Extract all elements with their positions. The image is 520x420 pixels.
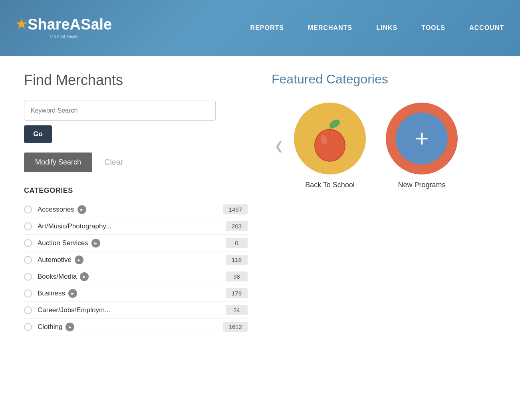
category-count: 1497 (223, 204, 248, 214)
apple-circle-icon (294, 103, 366, 174)
featured-title: Featured Categories (272, 72, 496, 87)
nav-tools[interactable]: TOOLS (421, 24, 445, 32)
category-arrow-icon[interactable]: ► (75, 256, 83, 264)
logo-star-icon: ★ (16, 18, 27, 30)
category-radio[interactable] (24, 289, 32, 297)
featured-card-new-programs[interactable]: + New Programs (386, 103, 458, 189)
main-content: Find Merchants Go Modify Search Clear CA… (0, 56, 520, 351)
category-name: Art/Music/Photography... (38, 222, 226, 230)
plus-circle-inner-icon: + (396, 113, 448, 164)
main-nav: REPORTS MERCHANTS LINKS TOOLS ACCOUNT (250, 24, 504, 32)
category-arrow-icon[interactable]: ► (91, 239, 100, 248)
list-item: Business ► 179 (24, 285, 248, 302)
category-count: 24 (226, 305, 248, 315)
featured-row: ❮ (272, 103, 496, 189)
list-item: Career/Jobs/Employm... 24 (24, 302, 248, 319)
category-arrow-icon[interactable]: ► (77, 205, 86, 214)
logo-area: ★ShareASale Part of Awin (16, 17, 112, 40)
nav-links[interactable]: LINKS (376, 24, 397, 32)
featured-card-back-to-school[interactable]: Back To School (294, 103, 366, 189)
action-row: Modify Search Clear (24, 153, 248, 172)
page-title: Find Merchants (24, 72, 248, 89)
featured-card-label: New Programs (398, 181, 445, 189)
categories-title: CATEGORIES (24, 186, 248, 195)
left-panel: Find Merchants Go Modify Search Clear CA… (24, 72, 248, 335)
logo-text: ★ShareASale (16, 17, 112, 32)
category-arrow-icon[interactable]: ► (80, 272, 89, 281)
nav-account[interactable]: ACCOUNT (469, 24, 504, 32)
list-item: Clothing ► 1612 (24, 319, 248, 335)
category-arrow-icon[interactable]: ► (65, 323, 74, 331)
category-radio[interactable] (24, 256, 32, 264)
category-count: 116 (226, 255, 248, 265)
category-name: Automotive ► (38, 256, 226, 264)
list-item: Accessories ► 1497 (24, 201, 248, 218)
category-radio[interactable] (24, 222, 32, 230)
category-name: Accessories ► (38, 205, 223, 214)
category-count: 98 (226, 271, 248, 281)
list-item: Books/Media ► 98 (24, 268, 248, 285)
category-name: Auction Services ► (38, 239, 226, 248)
category-radio[interactable] (24, 323, 32, 331)
modify-search-button[interactable]: Modify Search (24, 153, 92, 172)
nav-reports[interactable]: REPORTS (250, 24, 284, 32)
category-count: 1612 (223, 322, 248, 332)
list-item: Auction Services ► 0 (24, 235, 248, 252)
category-count: 179 (226, 288, 248, 298)
featured-cards: Back To School + New Programs (294, 103, 458, 189)
category-count: 203 (226, 221, 248, 231)
category-radio[interactable] (24, 239, 32, 247)
category-radio[interactable] (24, 206, 32, 214)
clear-button[interactable]: Clear (104, 158, 123, 167)
category-name: Career/Jobs/Employm... (38, 306, 226, 314)
right-panel: Featured Categories ❮ (272, 72, 496, 335)
featured-card-label: Back To School (305, 181, 355, 189)
nav-merchants[interactable]: MERCHANTS (308, 24, 352, 32)
category-name: Books/Media ► (38, 272, 226, 281)
go-button[interactable]: Go (24, 125, 52, 143)
category-radio[interactable] (24, 306, 32, 314)
category-name: Clothing ► (38, 323, 223, 331)
category-radio[interactable] (24, 273, 32, 281)
category-arrow-icon[interactable]: ► (68, 289, 77, 298)
plus-circle-outer-icon: + (386, 103, 458, 174)
search-input[interactable] (24, 101, 216, 121)
list-item: Automotive ► 116 (24, 252, 248, 268)
list-item: Art/Music/Photography... 203 (24, 218, 248, 235)
carousel-prev-icon[interactable]: ❮ (272, 139, 286, 153)
category-count: 0 (226, 238, 248, 248)
category-list: Accessories ► 1497 Art/Music/Photography… (24, 201, 248, 335)
category-name: Business ► (38, 289, 226, 298)
header: ★ShareASale Part of Awin REPORTS MERCHAN… (0, 0, 520, 56)
logo-subtitle: Part of Awin (50, 34, 78, 40)
